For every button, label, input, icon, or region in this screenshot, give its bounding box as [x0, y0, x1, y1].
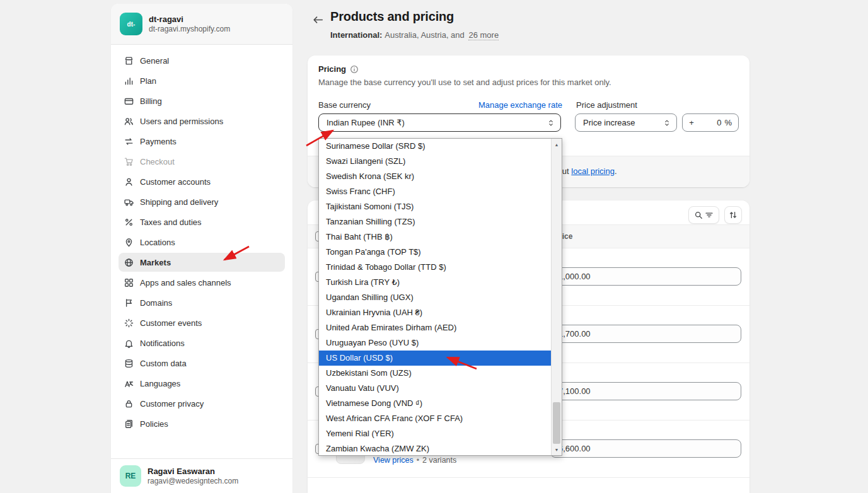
user-name: Ragavi Easwaran	[148, 466, 238, 477]
view-prices-link[interactable]: View prices	[373, 456, 414, 465]
sidebar-item-customer-events[interactable]: Customer events	[119, 313, 285, 332]
sidebar-item-payments[interactable]: Payments	[119, 132, 285, 151]
shopify-admin-settings: dt- dt-ragavi dt-ragavi.myshopify.com Ge…	[0, 0, 868, 493]
currency-option[interactable]: Tajikistani Somoni (TJS)	[319, 199, 551, 214]
sidebar-item-shipping-and-delivery[interactable]: Shipping and delivery	[119, 192, 285, 211]
currency-option[interactable]: Ugandan Shilling (UGX)	[319, 290, 551, 305]
sidebar-item-billing[interactable]: Billing	[119, 91, 285, 110]
price-adjustment-label: Price adjustment	[576, 100, 637, 110]
page-title: Products and pricing	[330, 9, 454, 24]
base-currency-label: Base currency	[318, 100, 371, 110]
currency-option[interactable]: Swedish Krona (SEK kr)	[319, 169, 551, 184]
search-filter-button[interactable]	[688, 206, 719, 224]
market-scope-label: International:	[330, 30, 382, 40]
database-icon	[124, 359, 134, 368]
percent-icon	[124, 218, 134, 227]
currency-option[interactable]: US Dollar (USD $)	[319, 351, 551, 366]
sidebar-item-customer-privacy[interactable]: Customer privacy	[119, 394, 285, 413]
adjustment-sign: +	[689, 118, 694, 127]
sidebar-item-label: Policies	[140, 419, 168, 429]
sidebar-item-markets[interactable]: Markets	[119, 253, 285, 272]
price-input[interactable]: 7,100.00	[550, 382, 741, 400]
currency-option[interactable]: Uzbekistani Som (UZS)	[319, 366, 551, 381]
apps-icon	[124, 278, 134, 287]
currency-options-list: Surinamese Dollar (SRD $) Swazi Lilangen…	[319, 139, 551, 455]
users-icon	[124, 117, 134, 126]
sidebar-item-apps-and-sales-channels[interactable]: Apps and sales channels	[119, 273, 285, 292]
events-icon	[124, 318, 134, 328]
account-footer[interactable]: RE Ragavi Easwaran ragavi@wedesigntech.c…	[111, 458, 292, 493]
sidebar-item-taxes-and-duties[interactable]: Taxes and duties	[119, 212, 285, 231]
store-domain: dt-ragavi.myshopify.com	[149, 25, 230, 34]
sidebar-item-general[interactable]: General	[119, 51, 285, 70]
currency-option[interactable]: Tongan Pa'anga (TOP T$)	[319, 245, 551, 260]
currency-option[interactable]: Thai Baht (THB ฿)	[319, 229, 551, 245]
store-switcher[interactable]: dt- dt-ragavi dt-ragavi.myshopify.com	[111, 4, 292, 45]
scrollbar-thumb[interactable]	[553, 402, 560, 444]
sidebar-item-label: Customer events	[140, 318, 202, 328]
sort-button[interactable]	[724, 206, 742, 224]
price-adjustment-type-select[interactable]: Price increase	[575, 113, 677, 132]
sort-icon	[729, 211, 738, 219]
currency-option[interactable]: Ukrainian Hryvnia (UAH ₴)	[319, 305, 551, 320]
pricing-description: Manage the base currency you'll use to s…	[318, 78, 739, 87]
sidebar-item-languages[interactable]: Languages	[119, 374, 285, 393]
price-input[interactable]: 6,600.00	[550, 439, 741, 458]
scroll-down-arrow[interactable]: ▼	[552, 444, 562, 455]
card-icon	[124, 96, 134, 106]
price-input[interactable]: 1,000.00	[550, 267, 741, 286]
variant-count: 2 variants	[422, 456, 456, 465]
settings-sidebar: dt- dt-ragavi dt-ragavi.myshopify.com Ge…	[111, 4, 292, 493]
domains-icon	[124, 298, 134, 308]
store-name: dt-ragavi	[149, 14, 230, 25]
sidebar-item-domains[interactable]: Domains	[119, 293, 285, 312]
sidebar-item-custom-data[interactable]: Custom data	[119, 354, 285, 373]
currency-option[interactable]: Yemeni Rial (YER)	[319, 426, 551, 441]
currency-option[interactable]: Swazi Lilangeni (SZL)	[319, 154, 551, 169]
currency-option[interactable]: Tanzanian Shilling (TZS)	[319, 214, 551, 229]
price-input[interactable]: 1,700.00	[550, 325, 741, 343]
currency-option[interactable]: Vietnamese Dong (VND ₫)	[319, 396, 551, 411]
sidebar-item-locations[interactable]: Locations	[119, 233, 285, 252]
currency-option[interactable]: Uruguayan Peso (UYU $)	[319, 335, 551, 351]
truck-icon	[124, 197, 134, 207]
currency-option[interactable]: Trinidad & Tobago Dollar (TTD $)	[319, 260, 551, 275]
search-icon	[694, 211, 703, 219]
back-button[interactable]	[309, 11, 327, 28]
base-currency-select[interactable]: Indian Rupee (INR ₹)	[318, 113, 561, 132]
dropdown-scrollbar[interactable]: ▲ ▼	[551, 139, 562, 455]
languages-icon	[124, 379, 134, 388]
currency-option[interactable]: Swiss Franc (CHF)	[319, 184, 551, 199]
local-pricing-link[interactable]: local pricing	[571, 166, 615, 176]
currency-option[interactable]: Turkish Lira (TRY ₺)	[319, 275, 551, 290]
more-countries-link[interactable]: 26 more	[468, 30, 499, 40]
globe-icon	[124, 258, 134, 267]
sidebar-item-label: Shipping and delivery	[140, 197, 218, 207]
sidebar-item-customer-accounts[interactable]: Customer accounts	[119, 172, 285, 191]
currency-option[interactable]: Vanuatu Vatu (VUV)	[319, 381, 551, 396]
settings-nav: General Plan Billing Users and permissio…	[111, 45, 292, 458]
chevron-updown-icon	[663, 119, 671, 127]
sidebar-item-label: Languages	[140, 379, 180, 388]
chevron-updown-icon	[547, 119, 555, 127]
manage-exchange-rate-link[interactable]: Manage exchange rate	[478, 100, 562, 110]
price-adjustment-value-input[interactable]: + 0 %	[682, 113, 739, 132]
sidebar-item-plan[interactable]: Plan	[119, 71, 285, 90]
scroll-up-arrow[interactable]: ▲	[552, 139, 562, 149]
currency-option[interactable]: Zambian Kwacha (ZMW ZK)	[319, 441, 551, 455]
currency-option[interactable]: United Arab Emirates Dirham (AED)	[319, 320, 551, 335]
currency-option[interactable]: West African CFA Franc (XOF F CFA)	[319, 411, 551, 426]
sidebar-item-label: Plan	[140, 76, 156, 86]
currency-option[interactable]: Surinamese Dollar (SRD $)	[319, 139, 551, 154]
sidebar-item-checkout[interactable]: Checkout	[119, 152, 285, 171]
sidebar-item-label: Customer privacy	[140, 399, 204, 409]
footer-period: .	[615, 166, 617, 176]
sidebar-item-label: Users and permissions	[140, 117, 223, 126]
sidebar-item-label: Apps and sales channels	[140, 278, 231, 287]
back-arrow-icon	[313, 14, 323, 25]
sidebar-item-notifications[interactable]: Notifications	[119, 334, 285, 352]
currency-dropdown: Surinamese Dollar (SRD $) Swazi Lilangen…	[318, 138, 562, 456]
sidebar-item-policies[interactable]: Policies	[119, 414, 285, 433]
sidebar-item-users-and-permissions[interactable]: Users and permissions	[119, 112, 285, 130]
info-icon[interactable]	[350, 65, 359, 74]
